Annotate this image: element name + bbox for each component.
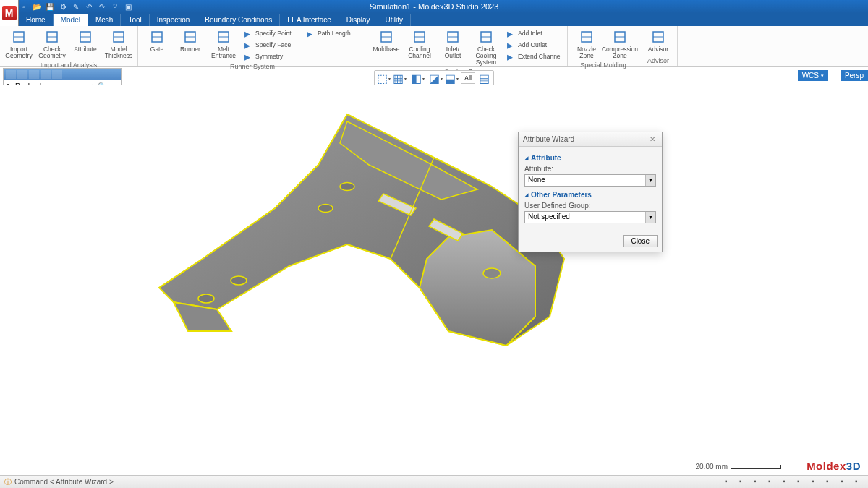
nozzle-button[interactable]: Nozzle Zone: [571, 27, 603, 61]
compress-icon: [612, 29, 628, 45]
status-icon-7[interactable]: ▪: [812, 477, 822, 487]
view-section-icon[interactable]: ◪: [429, 72, 443, 85]
tab-utility[interactable]: Utility: [378, 14, 411, 26]
new-icon[interactable]: ▫: [19, 1, 29, 12]
symmetry-icon: ▸: [242, 51, 252, 61]
tab-model[interactable]: Model: [54, 14, 88, 26]
status-icon-6[interactable]: ▪: [797, 477, 807, 487]
attribute-combo[interactable]: None ▼: [524, 174, 656, 187]
viewport-3d[interactable]: ↖: [0, 85, 868, 475]
quick-access-toolbar: ▫ 📂 💾 ⚙ ✎ ↶ ↷ ? ▣: [19, 0, 133, 13]
status-right-icons: ▪ ▪ ▪ ▪ ▪ ▪ ▪ ▪ ▪ ▪: [725, 477, 865, 487]
attribute-icon: [77, 29, 93, 45]
advisor-button[interactable]: Advisor: [642, 27, 674, 54]
view-fit-icon[interactable]: ▦: [393, 72, 407, 85]
section-attribute[interactable]: Attribute: [524, 154, 656, 162]
path-button[interactable]: ▸Path Length: [303, 27, 364, 39]
status-icon-1[interactable]: ▪: [725, 477, 735, 487]
tab-display[interactable]: Display: [339, 14, 378, 26]
view-iso-icon[interactable]: ⬓: [445, 72, 459, 85]
tab-fea[interactable]: FEA Interface: [280, 14, 339, 26]
tab-tool[interactable]: Tool: [121, 14, 149, 26]
status-icon-2[interactable]: ▪: [739, 477, 749, 487]
status-bar: ⓘ Command < Attribute Wizard > ▪ ▪ ▪ ▪ ▪…: [0, 475, 868, 488]
symmetry-button[interactable]: ▸Symmetry: [241, 51, 302, 62]
face-icon: ▸: [242, 40, 252, 50]
status-icon-5[interactable]: ▪: [783, 477, 793, 487]
scale-indicator: 20.00 mm: [696, 463, 781, 471]
moldbase-button[interactable]: Moldbase: [370, 27, 402, 54]
tab-mesh[interactable]: Mesh: [88, 14, 121, 26]
status-icon-3[interactable]: ▪: [754, 477, 764, 487]
group-label: User Defined Group:: [524, 202, 656, 210]
attribute-button[interactable]: Attribute: [69, 27, 101, 54]
defects-tabs[interactable]: [4, 69, 121, 80]
help-icon[interactable]: ?: [110, 1, 120, 12]
thickness-button[interactable]: Model Thickness: [103, 27, 135, 61]
menu-bar: Home Model Mesh Tool Inspection Boundary…: [0, 13, 868, 26]
status-icon-4[interactable]: ▪: [768, 477, 778, 487]
undo-icon[interactable]: ↶: [84, 1, 94, 12]
attribute-label: Attribute:: [524, 165, 656, 173]
viewport-toolbar: ⬚ ▦ ◧ ◪ ⬓ All ▤: [374, 70, 494, 86]
melt-button[interactable]: Melt Entrance: [208, 27, 239, 61]
close-button[interactable]: Close: [623, 235, 658, 247]
import-icon: [11, 29, 27, 45]
checkcool-button[interactable]: Check Cooling System: [470, 27, 502, 67]
brand-logo: Moldex3D: [807, 460, 861, 472]
check-geom-button[interactable]: Check Geometry: [36, 27, 68, 61]
tab-home[interactable]: Home: [19, 14, 54, 26]
compress-button[interactable]: Compression Zone: [604, 27, 636, 61]
inlet-button[interactable]: Inlet/ Outlet: [437, 27, 469, 61]
status-icon-8[interactable]: ▪: [826, 477, 836, 487]
settings-icon[interactable]: ⚙: [58, 1, 68, 12]
thickness-icon: [111, 29, 127, 45]
moldbase-icon: [378, 29, 394, 45]
view-toggle-icon[interactable]: ▤: [477, 72, 491, 85]
ribbon-group: AdvisorAdvisor: [639, 26, 678, 66]
audit-icon[interactable]: ✎: [71, 1, 81, 12]
runner-button[interactable]: Runner: [174, 27, 206, 54]
group-combo[interactable]: Not specified ▼: [524, 211, 656, 223]
section-other-params[interactable]: Other Parameters: [524, 191, 656, 199]
status-info-icon: ⓘ: [4, 477, 12, 487]
view-reset-icon[interactable]: ⬚: [377, 72, 391, 85]
extend-button[interactable]: ▸Extend Channel: [503, 51, 564, 62]
view-cube-icon[interactable]: ◧: [411, 72, 425, 85]
close-icon[interactable]: ✕: [647, 135, 658, 143]
channel-button[interactable]: Cooling Channel: [404, 27, 435, 61]
attribute-value: None: [525, 175, 645, 186]
ribbon-group: Nozzle ZoneCompression ZoneSpecial Moldi…: [568, 26, 639, 66]
chevron-down-icon[interactable]: ▼: [645, 212, 655, 223]
persp-chip[interactable]: Persp: [841, 70, 868, 81]
cursor-icon: ↖: [255, 187, 262, 197]
status-icon-9[interactable]: ▪: [841, 477, 851, 487]
inlet-icon: [445, 29, 461, 45]
runner-icon: [182, 29, 198, 45]
app-logo-letter: M: [2, 6, 17, 20]
dialog-title: Attribute Wizard: [523, 135, 574, 143]
status-icon-10[interactable]: ▪: [855, 477, 865, 487]
check-geom-icon: [44, 29, 60, 45]
group-value: Not specified: [525, 212, 645, 223]
advisor-icon: [650, 29, 666, 45]
redo-icon[interactable]: ↷: [97, 1, 107, 12]
wcs-chip[interactable]: WCS▾: [798, 70, 828, 81]
ribbon-group: MoldbaseCooling ChannelInlet/ OutletChec…: [367, 26, 568, 66]
import-button[interactable]: Import Geometry: [3, 27, 35, 61]
save-icon[interactable]: 💾: [45, 1, 55, 12]
svg-point-35: [340, 183, 354, 191]
tab-boundary[interactable]: Boundary Conditions: [197, 14, 280, 26]
channel-icon: [412, 29, 427, 45]
chevron-down-icon[interactable]: ▼: [645, 175, 655, 186]
app-logo[interactable]: M: [0, 0, 19, 26]
ribbon-group: GateRunnerMelt Entrance▸Specify Point▸Sp…: [138, 26, 367, 66]
ribbon-group-label: Advisor: [639, 56, 677, 66]
camera-icon[interactable]: ▣: [123, 1, 133, 12]
ribbon-group-label: Runner System: [138, 62, 367, 72]
view-all-chip[interactable]: All: [461, 72, 475, 84]
gate-button[interactable]: Gate: [141, 27, 173, 54]
open-icon[interactable]: 📂: [32, 1, 42, 12]
svg-point-36: [483, 268, 501, 278]
tab-inspection[interactable]: Inspection: [150, 14, 198, 26]
